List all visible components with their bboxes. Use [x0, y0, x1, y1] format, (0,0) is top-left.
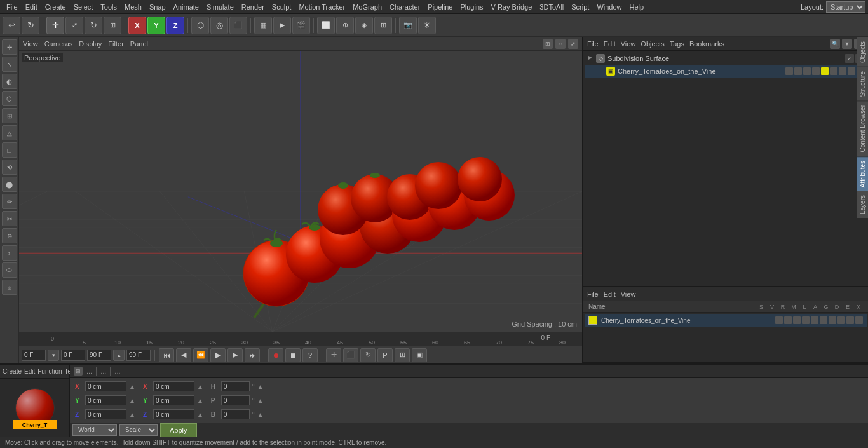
left-icon-14[interactable]: ⬭ [2, 262, 17, 278]
obj-row-cherry[interactable]: ▣ Cherry_Tomatoes_on_the_Vine [585, 65, 867, 78]
mat-prev-menu-create[interactable]: Create [3, 368, 22, 375]
mat-s4[interactable] [802, 316, 810, 324]
left-icon-2[interactable]: ⤡ [2, 57, 17, 72]
pos-x-input[interactable] [85, 381, 126, 391]
cherry-icon-4[interactable] [812, 67, 820, 75]
poly-mode-button[interactable]: ⬛ [229, 17, 247, 34]
object-mode-button[interactable]: ⬡ [191, 17, 209, 34]
left-icon-4[interactable]: ⬡ [2, 91, 17, 106]
menu-create[interactable]: Create [41, 2, 70, 12]
transport-go-end[interactable]: ⏭ [245, 348, 260, 362]
transport-next-frame[interactable]: ▶ [227, 348, 243, 362]
menu-select[interactable]: Select [70, 2, 97, 12]
layout-dropdown[interactable]: Startup [826, 1, 865, 13]
left-icon-8[interactable]: ⟲ [2, 160, 17, 175]
view-persp-button[interactable]: ◈ [355, 17, 373, 34]
transport-play[interactable]: ▶ [210, 348, 226, 362]
frame-step-up[interactable]: ▴ [113, 350, 125, 361]
rtab-content-browser[interactable]: Content Browser [857, 100, 868, 156]
mat-s7[interactable] [829, 316, 836, 324]
rtab-objects[interactable]: Objects [857, 37, 868, 67]
menu-vray[interactable]: V-Ray Bridge [487, 2, 536, 12]
pos-z-input[interactable] [85, 409, 126, 419]
rot-p-input[interactable] [221, 395, 250, 405]
frame-end-input[interactable] [126, 350, 151, 361]
transport-prev-frame[interactable]: ◀ [176, 348, 191, 362]
x-axis-button[interactable]: X [128, 17, 146, 34]
menu-script[interactable]: Script [567, 2, 593, 12]
left-icon-3[interactable]: ◐ [2, 74, 17, 89]
tc-pla-btn[interactable]: P [377, 348, 393, 362]
tc-grid-btn[interactable]: ⊞ [395, 348, 410, 362]
cherry-icon-7[interactable] [839, 67, 846, 75]
mat-menu-edit[interactable]: Edit [604, 290, 616, 298]
mat-sphere-container[interactable]: Cherry_T [15, 388, 55, 428]
obj-visible-check[interactable]: ✓ [845, 54, 854, 63]
rot-b-arrow[interactable]: ▲ [257, 411, 264, 418]
left-icon-1[interactable]: ✛ [2, 39, 17, 55]
viewport-menu-view[interactable]: View [23, 40, 38, 48]
rot-b-input[interactable] [221, 409, 250, 419]
obj-search-icon[interactable]: 🔍 [830, 39, 840, 49]
size-z-input[interactable] [153, 409, 194, 419]
mat-s3[interactable] [793, 316, 801, 324]
left-icon-6[interactable]: △ [2, 125, 17, 140]
transport-go-start[interactable]: ⏮ [159, 348, 174, 362]
viewport-3d[interactable]: X Y Z Perspective Grid Spacing : 10 cm [19, 51, 582, 332]
menu-mograph[interactable]: MoGraph [349, 2, 386, 12]
help-button[interactable]: ? [302, 348, 318, 362]
rtab-attributes[interactable]: Attributes [857, 156, 868, 191]
vp-icon-2[interactable]: ↔ [555, 39, 566, 49]
left-icon-12[interactable]: ⊛ [2, 228, 17, 243]
undo-button[interactable]: ↩ [3, 17, 20, 34]
render-preview-button[interactable]: ▶ [273, 17, 291, 34]
world-dropdown[interactable]: World [72, 424, 117, 436]
size-z-arrow[interactable]: ▲ [197, 411, 203, 418]
left-icon-7[interactable]: □ [2, 142, 17, 158]
light-button[interactable]: ☀ [418, 17, 436, 34]
obj-menu-objects[interactable]: Objects [641, 40, 664, 48]
view-top-button[interactable]: ⬜ [317, 17, 335, 34]
menu-3dtoall[interactable]: 3DToAll [536, 2, 567, 12]
menu-pipeline[interactable]: Pipeline [424, 2, 456, 12]
viewport-menu-panel[interactable]: Panel [130, 40, 148, 48]
menu-plugins[interactable]: Plugins [456, 2, 487, 12]
mat-prev-menu-function[interactable]: Function [37, 368, 62, 375]
rot-h-input[interactable] [221, 381, 250, 391]
tc-scale-btn[interactable]: ⬛ [343, 348, 358, 362]
mat-s2[interactable] [784, 316, 792, 324]
obj-menu-file[interactable]: File [587, 40, 599, 48]
frame-step-down[interactable]: ▾ [48, 350, 59, 361]
menu-window[interactable]: Window [593, 2, 625, 12]
pos-z-arrow[interactable]: ▲ [129, 411, 135, 418]
transport-play-back[interactable]: ⏪ [193, 348, 208, 362]
obj-row-subdivision[interactable]: ◇ Subdivision Surface ✓ ✓ [585, 52, 867, 65]
size-x-arrow[interactable]: ▲ [197, 383, 203, 390]
view-front-button[interactable]: ⊕ [336, 17, 354, 34]
render-full-button[interactable]: 🎬 [292, 17, 310, 34]
left-icon-11[interactable]: ✂ [2, 211, 17, 226]
menu-character[interactable]: Character [386, 2, 424, 12]
cherry-icon-8[interactable] [848, 67, 855, 75]
mat-menu-file[interactable]: File [587, 290, 599, 298]
obj-menu-tags[interactable]: Tags [670, 40, 684, 48]
rot-p-arrow[interactable]: ▲ [257, 397, 264, 404]
obj-menu-bookmarks[interactable]: Bookmarks [689, 40, 724, 48]
cherry-icon-6[interactable] [830, 67, 837, 75]
mat-s9[interactable] [846, 316, 854, 324]
menu-sculpt[interactable]: Sculpt [268, 2, 295, 12]
left-icon-9[interactable]: ⬤ [2, 177, 17, 192]
frame-current-input[interactable] [61, 350, 85, 361]
left-icon-5[interactable]: ⊞ [2, 108, 17, 123]
mat-item-cherry[interactable]: Cherry_Tomatoes_on_the_Vine [585, 314, 867, 327]
pos-x-arrow[interactable]: ▲ [129, 383, 135, 390]
cherry-icon-3[interactable] [803, 67, 811, 75]
obj-menu-edit[interactable]: Edit [604, 40, 616, 48]
mat-s6[interactable] [820, 316, 827, 324]
mat-s10[interactable] [855, 316, 863, 324]
record-button[interactable]: ⏺ [268, 348, 283, 362]
attr-icon-1[interactable]: ⊞ [74, 367, 83, 376]
frame-preview-end-input[interactable] [87, 350, 111, 361]
menu-simulate[interactable]: Simulate [203, 2, 238, 12]
menu-render[interactable]: Render [238, 2, 268, 12]
